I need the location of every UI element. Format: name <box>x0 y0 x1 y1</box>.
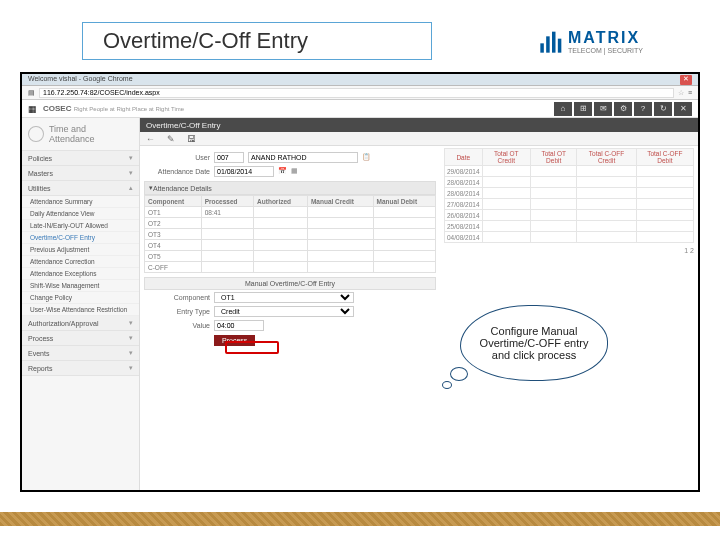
callout-text: Configure Manual Overtime/C-OFF entry an… <box>460 305 608 381</box>
brand-logo: MATRIX TELECOM | SECURITY <box>536 22 696 60</box>
browser-tab[interactable]: Welcome vishal - Google Chrome <box>28 75 133 84</box>
sidebar-section[interactable]: Events▾ <box>22 346 139 361</box>
browser-urlbar: ▤ ☆ ≡ <box>22 86 698 100</box>
svg-rect-3 <box>558 39 562 53</box>
page-title: Overtime/C-Off Entry <box>140 118 698 132</box>
edit-icon[interactable]: ✎ <box>167 134 175 144</box>
sidebar-item[interactable]: Attendance Correction <box>22 256 139 268</box>
logo-subtext: TELECOM | SECURITY <box>568 47 643 54</box>
sidebar: Time and Attendance Policies▾Masters▾Uti… <box>22 118 140 490</box>
value-label: Value <box>144 322 210 329</box>
logo-bars-icon <box>536 22 568 60</box>
sidebar-module-title: Time and Attendance <box>22 118 139 151</box>
sidebar-section[interactable]: Process▾ <box>22 331 139 346</box>
att-date-label: Attendance Date <box>144 168 210 175</box>
logo-text: MATRIX <box>568 29 643 47</box>
sidebar-item[interactable]: Previous Adjustment <box>22 244 139 256</box>
apps-icon[interactable]: ⊞ <box>574 102 592 116</box>
sidebar-item[interactable]: Late-IN/Early-OUT Allowed <box>22 220 139 232</box>
browser-tabbar: Welcome vishal - Google Chrome ✕ <box>22 74 698 86</box>
sidebar-item[interactable]: Daily Attendance View <box>22 208 139 220</box>
sidebar-section[interactable]: Masters▾ <box>22 166 139 181</box>
attendance-details-label: Attendance Details <box>153 185 212 192</box>
main-panel: Overtime/C-Off Entry ← ✎ 🖫 User 📋 <box>140 118 698 490</box>
url-input[interactable] <box>39 88 674 98</box>
value-input[interactable] <box>214 320 264 331</box>
component-label: Component <box>144 294 210 301</box>
browser-window: Welcome vishal - Google Chrome ✕ ▤ ☆ ≡ ▦… <box>20 72 700 492</box>
svg-rect-0 <box>540 43 544 52</box>
user-code-input[interactable] <box>214 152 244 163</box>
sidebar-item[interactable]: Overtime/C-OFF Entry <box>22 232 139 244</box>
slide-title: Overtime/C-Off Entry <box>82 22 432 60</box>
app-brand: COSEC <box>43 104 71 113</box>
sidebar-section[interactable]: Utilities▴ <box>22 181 139 196</box>
sidebar-section[interactable]: Policies▾ <box>22 151 139 166</box>
entry-type-select[interactable]: Credit <box>214 306 354 317</box>
sidebar-item[interactable]: Shift-Wise Management <box>22 280 139 292</box>
save-icon[interactable]: 🖫 <box>187 134 196 144</box>
refresh-icon[interactable]: ↻ <box>654 102 672 116</box>
callout-tail2-icon <box>442 381 452 389</box>
sidebar-title-text: Time and Attendance <box>49 124 133 144</box>
sidebar-item[interactable]: Change Policy <box>22 292 139 304</box>
menu-icon[interactable]: ≡ <box>688 89 692 96</box>
page-icon: ▤ <box>28 89 35 97</box>
sidebar-item[interactable]: Attendance Summary <box>22 196 139 208</box>
component-select[interactable]: OT1 <box>214 292 354 303</box>
app-frame: ▦ COSEC Right People at Right Place at R… <box>22 100 698 490</box>
user-lookup-icon[interactable]: 📋 <box>362 153 371 161</box>
highlight-process <box>225 341 279 354</box>
close-icon[interactable]: ✕ <box>674 102 692 116</box>
app-tagline: Right People at Right Place at Right Tim… <box>74 106 184 112</box>
help-icon[interactable]: ? <box>634 102 652 116</box>
app-header-icons: ⌂ ⊞ ✉ ⚙ ? ↻ ✕ <box>554 102 692 116</box>
gear-icon[interactable]: ⚙ <box>614 102 632 116</box>
pager[interactable]: 1 2 <box>444 243 694 254</box>
sidebar-item[interactable]: Attendance Exceptions <box>22 268 139 280</box>
svg-rect-2 <box>552 32 556 53</box>
sidebar-section[interactable]: Authorization/Approval▾ <box>22 316 139 331</box>
footer-stripe <box>0 512 720 526</box>
window-close-icon[interactable]: ✕ <box>680 75 692 85</box>
svg-rect-1 <box>546 36 550 52</box>
back-icon[interactable]: ← <box>146 134 155 144</box>
page-toolbar: ← ✎ 🖫 <box>140 132 698 146</box>
att-date-input[interactable] <box>214 166 274 177</box>
attendance-details-header[interactable]: ▾ Attendance Details <box>144 181 436 195</box>
sidebar-item[interactable]: User-Wise Attendance Restriction <box>22 304 139 316</box>
calendar2-icon[interactable]: ▦ <box>291 167 298 175</box>
sidebar-section[interactable]: Reports▾ <box>22 361 139 376</box>
user-label: User <box>144 154 210 161</box>
mail-icon[interactable]: ✉ <box>594 102 612 116</box>
manual-ot-title: Manual Overtime/C-Off Entry <box>144 277 436 290</box>
ot-table: ComponentProcessedAuthorizedManual Credi… <box>144 195 436 273</box>
summary-table: DateTotal OT CreditTotal OT DebitTotal C… <box>444 148 694 243</box>
app-header: ▦ COSEC Right People at Right Place at R… <box>22 100 698 118</box>
user-name-input[interactable] <box>248 152 358 163</box>
calendar-icon[interactable]: 📅 <box>278 167 287 175</box>
callout: Configure Manual Overtime/C-OFF entry an… <box>442 305 612 397</box>
entry-type-label: Entry Type <box>144 308 210 315</box>
clock-icon <box>28 126 44 142</box>
callout-tail-icon <box>450 367 468 381</box>
bookmark-icon[interactable]: ☆ <box>678 89 684 97</box>
home-icon[interactable]: ⌂ <box>554 102 572 116</box>
form-area: User 📋 Attendance Date 📅 ▦ ▾ Attendance … <box>140 146 440 490</box>
app-logo-icon: ▦ <box>28 104 37 114</box>
